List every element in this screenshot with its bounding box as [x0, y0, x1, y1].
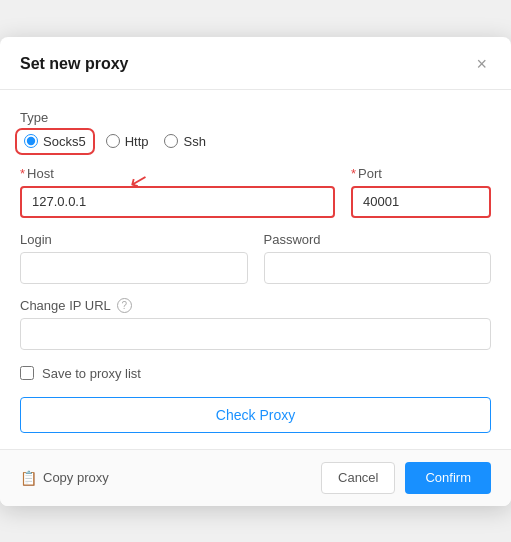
check-proxy-button[interactable]: Check Proxy [20, 397, 491, 433]
port-required-star: * [351, 166, 356, 181]
host-port-row: * Host * Port [20, 166, 491, 218]
radio-item-socks5[interactable]: Socks5 [20, 133, 90, 150]
radio-label-socks5: Socks5 [43, 134, 86, 149]
host-label: * Host [20, 166, 335, 181]
port-label: * Port [351, 166, 491, 181]
host-label-text: Host [27, 166, 54, 181]
radio-label-http: Http [125, 134, 149, 149]
save-proxy-row: Save to proxy list [20, 366, 491, 381]
change-ip-url-section: Change IP URL ? [20, 298, 491, 350]
host-col: * Host [20, 166, 335, 218]
change-ip-url-input[interactable] [20, 318, 491, 350]
password-label: Password [264, 232, 492, 247]
login-label-text: Login [20, 232, 52, 247]
login-col: Login [20, 232, 248, 284]
port-label-text: Port [358, 166, 382, 181]
radio-label-ssh: Ssh [183, 134, 205, 149]
save-proxy-label[interactable]: Save to proxy list [42, 366, 141, 381]
dialog-footer: 📋 Copy proxy Cancel Confirm [0, 449, 511, 506]
password-label-text: Password [264, 232, 321, 247]
radio-group: Socks5 Http Ssh [20, 133, 491, 150]
type-section: Type ↙ Socks5 Http Ssh [20, 110, 491, 150]
change-ip-url-label-text: Change IP URL [20, 298, 111, 313]
password-input[interactable] [264, 252, 492, 284]
copy-proxy-label: Copy proxy [43, 470, 109, 485]
save-proxy-checkbox[interactable] [20, 366, 34, 380]
port-col: * Port [351, 166, 491, 218]
radio-ssh[interactable] [164, 134, 178, 148]
radio-item-ssh[interactable]: Ssh [164, 134, 205, 149]
port-input[interactable] [351, 186, 491, 218]
copy-proxy-button[interactable]: 📋 Copy proxy [20, 466, 109, 490]
password-col: Password [264, 232, 492, 284]
close-button[interactable]: × [472, 53, 491, 75]
host-required-star: * [20, 166, 25, 181]
radio-socks5[interactable] [24, 134, 38, 148]
login-password-row: Login Password [20, 232, 491, 284]
copy-icon: 📋 [20, 470, 37, 486]
confirm-button[interactable]: Confirm [405, 462, 491, 494]
cancel-button[interactable]: Cancel [321, 462, 395, 494]
radio-item-http[interactable]: Http [106, 134, 149, 149]
type-label: Type [20, 110, 491, 125]
dialog-header: Set new proxy × [0, 37, 511, 90]
login-input[interactable] [20, 252, 248, 284]
footer-right: Cancel Confirm [321, 462, 491, 494]
host-input[interactable] [20, 186, 335, 218]
dialog-body: Type ↙ Socks5 Http Ssh [0, 90, 511, 449]
dialog-title: Set new proxy [20, 55, 128, 73]
change-ip-url-label: Change IP URL ? [20, 298, 491, 313]
help-icon[interactable]: ? [117, 298, 132, 313]
set-new-proxy-dialog: Set new proxy × Type ↙ Socks5 Http Ssh [0, 37, 511, 506]
login-label: Login [20, 232, 248, 247]
radio-http[interactable] [106, 134, 120, 148]
